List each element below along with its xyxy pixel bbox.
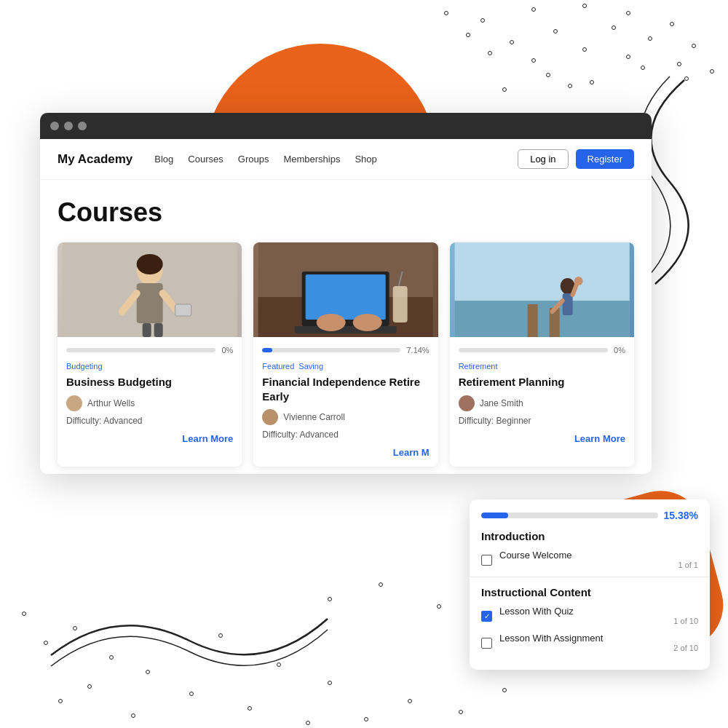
curriculum-item-label-assignment: Lesson With Assignment xyxy=(499,633,698,644)
dot xyxy=(437,604,441,609)
curriculum-progress-wrap: 15.38% xyxy=(470,499,710,521)
author-row-1: Arthur Wells xyxy=(66,395,233,411)
tag-featured: Featured xyxy=(262,362,294,371)
curriculum-section-title-intro: Introduction xyxy=(481,530,698,542)
learn-more-link-2[interactable]: Learn M xyxy=(262,447,429,458)
svg-rect-19 xyxy=(454,242,629,301)
dot xyxy=(306,721,310,725)
curriculum-item-count-quiz: 1 of 10 xyxy=(673,617,698,625)
course-body-3: 0% Retirement Retirement Planning Jane S… xyxy=(450,337,634,453)
dot xyxy=(641,66,645,70)
progress-bar-bg-3 xyxy=(459,348,608,352)
curriculum-section-title-instructional: Instructional Content xyxy=(481,586,698,598)
dot xyxy=(480,18,485,23)
dot xyxy=(444,11,448,15)
dot xyxy=(22,612,26,616)
curriculum-item-welcome-row: Course Welcome 1 of 1 xyxy=(499,550,698,571)
curriculum-item-assignment-row: Lesson With Assignment 2 of 10 xyxy=(499,633,698,654)
dot xyxy=(248,706,252,711)
login-button[interactable]: Log in xyxy=(518,149,568,169)
course-card-2: 7.14% Featured Saving Financial Independ… xyxy=(253,242,438,467)
curriculum-progress-fill xyxy=(481,513,508,518)
person-illustration-1 xyxy=(58,242,242,337)
dot xyxy=(568,84,572,88)
dot xyxy=(553,29,558,33)
learn-more-link-3[interactable]: Learn More xyxy=(459,433,625,444)
nav-actions: Log in Register xyxy=(518,149,634,169)
course-thumb-2 xyxy=(253,242,438,337)
course-title-3: Retirement Planning xyxy=(459,375,625,389)
dot xyxy=(510,40,514,44)
svg-rect-2 xyxy=(137,283,163,323)
nav-link-groups[interactable]: Groups xyxy=(238,154,269,165)
curriculum-item-label-welcome: Course Welcome xyxy=(499,550,698,561)
curriculum-item-welcome: Course Welcome 1 of 1 xyxy=(481,550,698,571)
author-avatar-3 xyxy=(459,395,475,411)
dot xyxy=(488,51,492,55)
curriculum-checkbox-assignment[interactable] xyxy=(481,638,492,649)
progress-bar-bg-1 xyxy=(66,348,215,352)
nav-links: Blog Courses Groups Memberships Shop xyxy=(154,154,518,165)
progress-pct-1: 0% xyxy=(221,346,233,355)
content-area: Courses xyxy=(40,180,652,474)
author-name-2: Vivienne Carroll xyxy=(283,412,345,422)
dot xyxy=(379,582,383,587)
svg-rect-16 xyxy=(393,286,408,323)
nav-brand: My Academy xyxy=(58,152,132,167)
curriculum-checkbox-welcome[interactable] xyxy=(481,555,492,566)
svg-point-27 xyxy=(574,277,582,285)
course-card-1: 0% Budgeting Business Budgeting Arthur W… xyxy=(58,242,242,467)
courses-grid: 0% Budgeting Business Budgeting Arthur W… xyxy=(58,242,634,467)
svg-point-14 xyxy=(317,314,346,331)
dot xyxy=(466,33,470,37)
curriculum-item-quiz-row: Lesson With Quiz 1 of 10 xyxy=(499,606,698,627)
course-title-2: Financial Independence Retire Early xyxy=(262,375,429,403)
dot xyxy=(502,688,507,692)
dot xyxy=(364,717,368,721)
curriculum-item-count-assignment: 2 of 10 xyxy=(673,644,698,652)
register-button[interactable]: Register xyxy=(576,149,634,169)
svg-rect-12 xyxy=(306,274,386,320)
nav-link-blog[interactable]: Blog xyxy=(154,154,173,165)
curriculum-checkbox-quiz[interactable] xyxy=(481,611,492,622)
tags-2: Featured Saving xyxy=(262,362,429,371)
learn-more-link-1[interactable]: Learn More xyxy=(66,433,233,444)
ocean-illustration xyxy=(450,242,634,337)
author-avatar-1 xyxy=(66,395,82,411)
bottom-curve-decoration xyxy=(44,597,335,684)
dot xyxy=(131,713,135,718)
course-card-3: 0% Retirement Retirement Planning Jane S… xyxy=(450,242,634,467)
dot xyxy=(626,55,630,59)
dot xyxy=(87,684,92,689)
progress-bar-wrap-2: 7.14% xyxy=(262,346,429,355)
dot xyxy=(531,58,536,63)
course-body-2: 7.14% Featured Saving Financial Independ… xyxy=(253,337,438,467)
course-body-1: 0% Budgeting Business Budgeting Arthur W… xyxy=(58,337,242,453)
dot xyxy=(582,4,587,8)
dot xyxy=(590,80,594,84)
svg-point-8 xyxy=(137,254,163,274)
curriculum-item-quiz: Lesson With Quiz 1 of 10 xyxy=(481,606,698,627)
browser-window: My Academy Blog Courses Groups Membershi… xyxy=(40,113,652,474)
progress-pct-3: 0% xyxy=(614,346,625,355)
dot xyxy=(58,699,63,703)
difficulty-3: Difficulty: Beginner xyxy=(459,416,625,426)
svg-rect-5 xyxy=(143,323,151,337)
nav-link-memberships[interactable]: Memberships xyxy=(283,154,340,165)
dot xyxy=(459,710,463,714)
curriculum-progress-bg xyxy=(481,513,658,518)
dot xyxy=(670,22,674,26)
author-name-1: Arthur Wells xyxy=(87,398,135,408)
curriculum-progress-pct: 15.38% xyxy=(664,510,698,521)
dot xyxy=(189,692,194,696)
dot xyxy=(408,699,412,703)
dot xyxy=(692,44,696,48)
laptop-illustration xyxy=(253,242,438,337)
dot xyxy=(582,47,587,52)
author-row-2: Vivienne Carroll xyxy=(262,409,429,425)
nav-link-shop[interactable]: Shop xyxy=(355,154,376,165)
tag-retirement: Retirement xyxy=(459,362,498,371)
nav-link-courses[interactable]: Courses xyxy=(188,154,223,165)
tags-3: Retirement xyxy=(459,362,625,371)
dot xyxy=(626,11,630,15)
